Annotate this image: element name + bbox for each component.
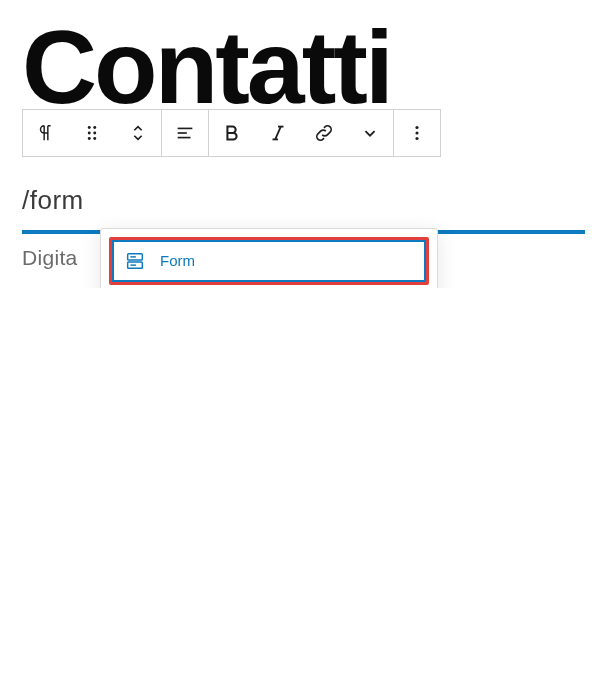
svg-point-1 [93, 126, 96, 129]
italic-icon [267, 122, 289, 144]
chevron-down-icon [359, 122, 381, 144]
more-formatting-button[interactable] [347, 110, 393, 156]
svg-point-5 [93, 137, 96, 140]
page-title: Contatti [22, 18, 585, 117]
below-row: Digita Form Pulsanti [22, 246, 585, 270]
align-left-icon [174, 122, 196, 144]
more-vertical-icon [406, 122, 428, 144]
svg-point-14 [415, 137, 418, 140]
popover-item-pulsanti[interactable]: Pulsanti [109, 285, 429, 288]
slash-input[interactable]: /form [22, 185, 585, 224]
svg-point-2 [88, 131, 91, 134]
link-icon [313, 122, 335, 144]
toolbar-group-3 [209, 109, 394, 157]
move-button[interactable] [115, 110, 161, 156]
toolbar-group-1 [22, 109, 162, 157]
popover-item-form[interactable]: Form [109, 237, 429, 285]
align-button[interactable] [162, 110, 208, 156]
paragraph-button[interactable] [23, 110, 69, 156]
svg-point-13 [415, 131, 418, 134]
form-icon [124, 250, 146, 272]
svg-line-9 [275, 126, 281, 139]
block-suggestions-popover: Form Pulsanti [100, 228, 438, 288]
link-button[interactable] [301, 110, 347, 156]
svg-point-4 [88, 137, 91, 140]
drag-button[interactable] [69, 110, 115, 156]
block-toolbar [22, 109, 585, 157]
bold-button[interactable] [209, 110, 255, 156]
options-button[interactable] [394, 110, 440, 156]
toolbar-group-4 [394, 109, 441, 157]
svg-point-12 [415, 126, 418, 129]
drag-icon [81, 122, 103, 144]
paragraph-icon [35, 122, 57, 144]
popover-item-label: Form [160, 252, 195, 269]
bold-icon [221, 122, 243, 144]
toolbar-group-2 [162, 109, 209, 157]
slash-input-wrap: /form [22, 185, 585, 234]
move-icon [127, 122, 149, 144]
italic-button[interactable] [255, 110, 301, 156]
svg-point-0 [88, 126, 91, 129]
svg-point-3 [93, 131, 96, 134]
